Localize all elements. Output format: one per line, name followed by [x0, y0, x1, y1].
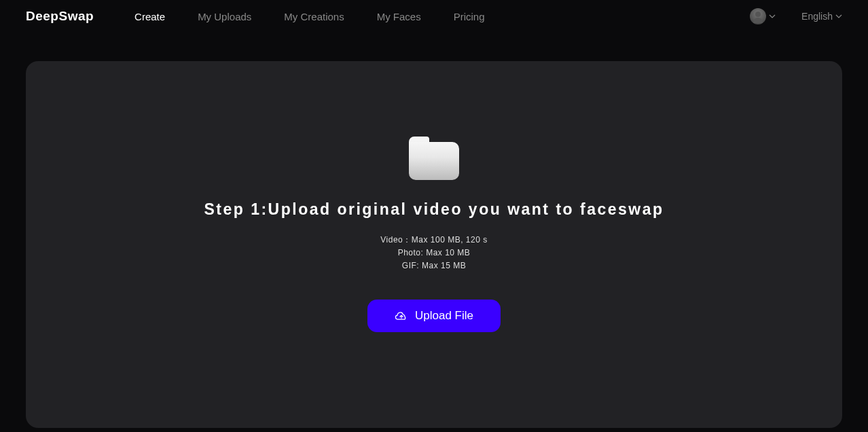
user-menu[interactable] [750, 8, 776, 24]
avatar-icon [750, 8, 766, 24]
chevron-down-icon [835, 13, 842, 20]
folder-icon [409, 137, 459, 180]
nav-my-creations[interactable]: My Creations [284, 11, 344, 22]
logo[interactable]: DeepSwap [26, 9, 94, 24]
language-label: English [801, 11, 833, 22]
nav-pricing[interactable]: Pricing [454, 11, 485, 22]
header-right: English [750, 8, 842, 24]
cloud-upload-icon [395, 310, 408, 321]
chevron-down-icon [769, 13, 776, 20]
limit-video: Video：Max 100 MB, 120 s [380, 234, 487, 247]
upload-card: Step 1:Upload original video you want to… [26, 61, 842, 428]
upload-file-button[interactable]: Upload File [367, 300, 501, 332]
language-select[interactable]: English [801, 11, 842, 22]
upload-limits: Video：Max 100 MB, 120 s Photo: Max 10 MB… [380, 234, 487, 273]
nav: Create My Uploads My Creations My Faces … [134, 11, 750, 22]
header: DeepSwap Create My Uploads My Creations … [0, 0, 868, 33]
nav-my-faces[interactable]: My Faces [377, 11, 421, 22]
nav-my-uploads[interactable]: My Uploads [198, 11, 251, 22]
limit-photo: Photo: Max 10 MB [380, 247, 487, 259]
limit-gif: GIF: Max 15 MB [380, 259, 487, 272]
upload-button-label: Upload File [415, 309, 473, 323]
nav-create[interactable]: Create [134, 11, 165, 22]
step-title: Step 1:Upload original video you want to… [204, 200, 664, 219]
